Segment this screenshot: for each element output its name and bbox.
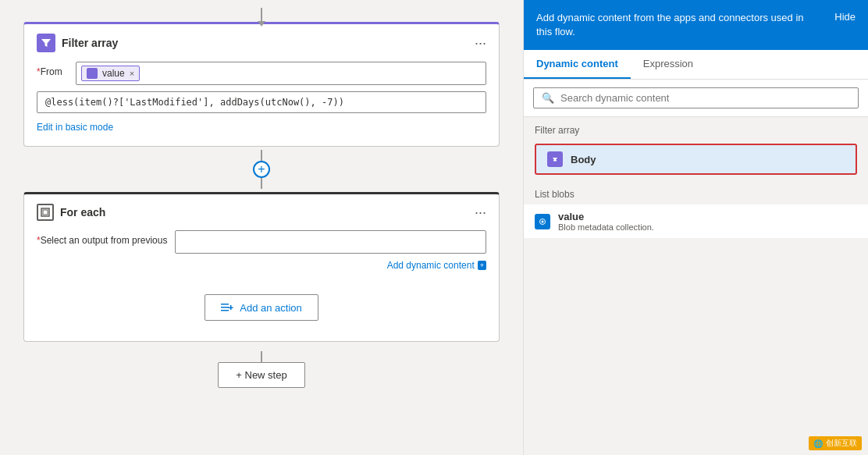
search-icon: 🔍	[542, 92, 554, 104]
add-dynamic-label: Add dynamic content	[387, 260, 475, 271]
select-output-label: *Select an output from previous	[37, 230, 167, 247]
svg-point-9	[542, 220, 544, 222]
add-dynamic-content-row: Add dynamic content +	[37, 260, 486, 271]
panel-tabs: Dynamic content Expression	[524, 50, 868, 80]
right-panel: Add dynamic content from the apps and co…	[523, 0, 868, 455]
body-item-wrapper: Body	[524, 140, 868, 178]
for-each-more-button[interactable]: ···	[475, 204, 486, 221]
watermark: 🌐 创新互联	[809, 436, 862, 450]
token-icon	[87, 68, 98, 79]
list-blobs-section: List blobs value Blob metadata collectio…	[524, 181, 868, 239]
watermark-icon: 🌐	[813, 439, 823, 448]
from-label: *From	[37, 62, 68, 77]
hide-panel-link[interactable]: Hide	[834, 11, 856, 23]
main-canvas: Filter array ··· *From value × @less(ite…	[0, 0, 523, 455]
search-input-wrapper: 🔍	[533, 87, 859, 108]
select-output-row: *Select an output from previous	[37, 230, 486, 254]
tab-expression[interactable]: Expression	[631, 50, 706, 79]
expression-box: @less(item()?['LastModified'], addDays(u…	[37, 91, 486, 113]
search-box: 🔍	[524, 80, 868, 117]
svg-rect-6	[229, 307, 233, 309]
select-output-input[interactable]	[175, 230, 486, 254]
add-action-button[interactable]: Add an action	[205, 294, 318, 321]
value-item-text-group: value Blob metadata collection.	[558, 211, 654, 232]
add-dynamic-content-link[interactable]: Add dynamic content +	[387, 260, 486, 271]
token-close-button[interactable]: ×	[130, 69, 134, 78]
filter-array-section-label: Filter array	[524, 117, 868, 140]
add-action-area: Add an action	[37, 286, 486, 329]
filter-array-card: Filter array ··· *From value × @less(ite…	[23, 22, 500, 147]
search-dynamic-input[interactable]	[560, 92, 850, 104]
new-step-button[interactable]: + New step	[218, 362, 304, 388]
connector-line-bottom	[261, 178, 262, 189]
body-dynamic-item[interactable]: Body	[535, 144, 857, 175]
svg-rect-7	[553, 160, 557, 162]
svg-rect-4	[221, 310, 229, 311]
dynamic-badge: +	[478, 261, 486, 270]
body-item-label: Body	[571, 154, 596, 165]
watermark-text: 创新互联	[826, 438, 857, 449]
plus-connector-1: +	[23, 150, 500, 189]
filter-array-section: Filter array Body	[524, 117, 868, 178]
svg-rect-2	[221, 304, 229, 305]
filter-array-title: Filter array	[62, 37, 118, 49]
body-item-icon	[547, 151, 563, 167]
svg-rect-3	[221, 307, 229, 308]
for-each-header: For each ···	[37, 204, 486, 221]
token-label: value	[102, 68, 125, 79]
panel-content: Filter array Body List blobs	[524, 117, 868, 455]
value-item-subtext: Blob metadata collection.	[558, 222, 654, 232]
for-each-header-left: For each	[37, 204, 105, 221]
new-step-area: + New step	[23, 351, 500, 388]
value-item-icon	[535, 214, 550, 229]
value-item-name: value	[558, 211, 654, 222]
tab-dynamic-content[interactable]: Dynamic content	[524, 50, 631, 79]
for-each-icon	[37, 204, 54, 221]
filter-array-header-left: Filter array	[37, 34, 118, 52]
for-each-title: For each	[60, 206, 105, 219]
new-step-connector	[261, 351, 262, 362]
add-action-label: Add an action	[240, 302, 302, 314]
for-each-card: For each ··· *Select an output from prev…	[23, 192, 500, 342]
filter-array-header: Filter array ···	[37, 34, 486, 52]
panel-header: Add dynamic content from the apps and co…	[524, 0, 868, 50]
add-action-icon	[221, 301, 233, 314]
edit-basic-mode-link[interactable]: Edit in basic mode	[37, 122, 113, 133]
filter-array-more-button[interactable]: ···	[475, 35, 486, 52]
list-blobs-section-label: List blobs	[524, 181, 868, 204]
filter-array-icon	[37, 34, 55, 52]
connector-line-top	[261, 150, 262, 161]
svg-rect-1	[43, 210, 48, 215]
value-token: value ×	[81, 66, 140, 81]
from-row: *From value ×	[37, 62, 486, 85]
panel-header-text: Add dynamic content from the apps and co…	[536, 11, 809, 39]
arrow-down-top	[261, 8, 262, 22]
from-token-container[interactable]: value ×	[76, 62, 486, 85]
add-step-circle-button[interactable]: +	[253, 161, 270, 178]
top-arrow-connector	[23, 8, 500, 22]
value-dynamic-item[interactable]: value Blob metadata collection.	[524, 204, 868, 239]
